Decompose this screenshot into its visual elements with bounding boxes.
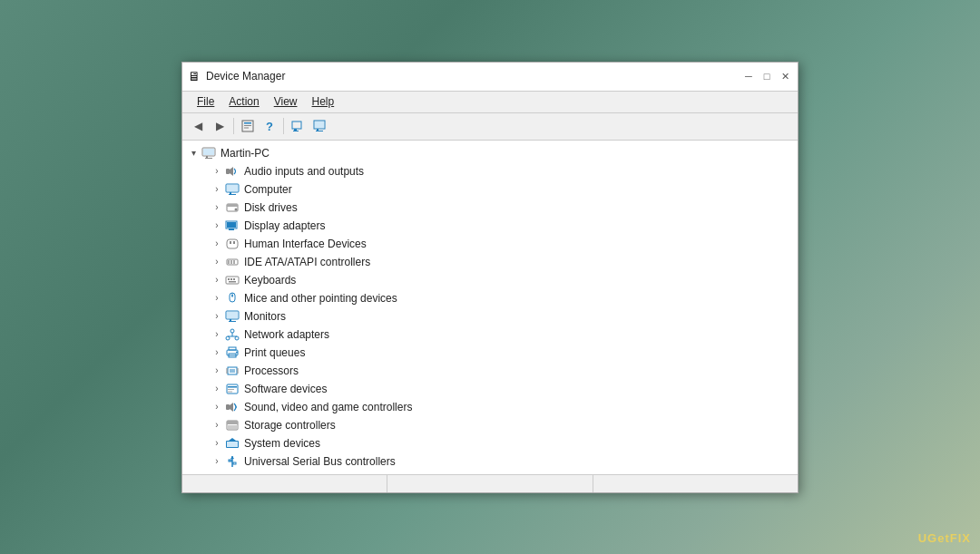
- svg-rect-65: [228, 386, 237, 388]
- item-label: Display adapters: [244, 219, 325, 232]
- expand-arrow: ›: [210, 347, 224, 357]
- disk-icon: [224, 200, 240, 215]
- svg-point-46: [226, 336, 230, 340]
- item-label: Monitors: [244, 310, 286, 323]
- svg-rect-6: [293, 131, 299, 131]
- svg-rect-70: [227, 421, 238, 424]
- system-icon: [224, 436, 240, 451]
- properties-button[interactable]: [238, 116, 258, 136]
- root-label: Martin-PC: [220, 147, 270, 160]
- menu-help[interactable]: Help: [305, 93, 342, 110]
- expand-arrow: ›: [210, 402, 224, 412]
- svg-rect-3: [244, 128, 249, 129]
- expand-arrow: ›: [210, 365, 224, 375]
- storage-icon: [224, 418, 240, 433]
- list-item[interactable]: › Mice and other pointing devices: [182, 289, 798, 307]
- back-button[interactable]: ◀: [188, 116, 208, 136]
- item-label: Sound, video and game controllers: [244, 401, 412, 413]
- svg-rect-35: [230, 278, 232, 280]
- expand-arrow: ›: [210, 202, 224, 212]
- svg-rect-57: [230, 369, 235, 373]
- svg-marker-76: [230, 456, 234, 459]
- list-item[interactable]: › System devices: [182, 434, 798, 452]
- expand-arrow: ›: [210, 166, 224, 176]
- maximize-button[interactable]: □: [760, 69, 774, 83]
- list-item[interactable]: › Keyboards: [182, 271, 798, 289]
- svg-rect-8: [315, 121, 324, 128]
- svg-point-40: [231, 295, 233, 296]
- expand-arrow: ›: [210, 311, 224, 321]
- help-button[interactable]: ?: [260, 116, 279, 136]
- svg-rect-14: [205, 158, 212, 159]
- software-icon: [224, 382, 240, 396]
- menu-bar: File Action View Help: [182, 92, 798, 113]
- svg-rect-53: [229, 347, 236, 350]
- svg-rect-32: [233, 260, 235, 264]
- display-button[interactable]: [309, 116, 329, 136]
- item-label: Keyboards: [244, 274, 296, 287]
- svg-rect-36: [233, 278, 235, 280]
- svg-rect-9: [317, 129, 318, 131]
- computer-icon: [224, 182, 240, 197]
- list-item[interactable]: › Software devices: [182, 380, 798, 398]
- svg-rect-4: [292, 121, 301, 129]
- svg-rect-43: [230, 319, 231, 321]
- ide-icon: [224, 255, 240, 269]
- svg-rect-28: [233, 241, 235, 244]
- menu-view[interactable]: View: [267, 93, 305, 110]
- svg-rect-17: [227, 185, 238, 191]
- item-label: Computer: [244, 183, 292, 196]
- title-left: 🖥 Device Manager: [188, 69, 285, 83]
- menu-action[interactable]: Action: [221, 93, 266, 110]
- svg-rect-68: [226, 404, 230, 410]
- device-manager-window: 🖥 Device Manager ─ □ ✕ File Action View …: [181, 62, 799, 493]
- expand-arrow: ›: [210, 257, 224, 267]
- expand-arrow: ›: [210, 293, 224, 303]
- scan-button[interactable]: [288, 116, 308, 136]
- svg-rect-21: [227, 204, 238, 207]
- title-bar: 🖥 Device Manager ─ □ ✕: [182, 63, 798, 92]
- list-item[interactable]: › Disk drives: [182, 199, 798, 217]
- menu-file[interactable]: File: [190, 93, 221, 110]
- list-item[interactable]: › IDE ATA/ATAPI controllers: [182, 253, 798, 271]
- close-button[interactable]: ✕: [778, 69, 792, 83]
- svg-point-55: [236, 351, 238, 353]
- list-item[interactable]: › Audio inputs and outputs: [182, 162, 798, 180]
- root-expand-arrow: ▾: [186, 148, 201, 158]
- hid-icon: [224, 237, 240, 251]
- item-label: Human Interface Devices: [244, 238, 367, 250]
- svg-point-47: [235, 336, 239, 340]
- forward-button[interactable]: ▶: [210, 116, 230, 136]
- list-item[interactable]: › Monitors: [182, 307, 798, 326]
- item-label: Software devices: [244, 383, 327, 395]
- display-icon: [313, 120, 326, 132]
- tree-root-node[interactable]: ▾ Martin-PC: [182, 144, 798, 162]
- list-item[interactable]: › Storage controllers: [182, 416, 798, 434]
- display-adapter-icon: [224, 219, 240, 233]
- list-item[interactable]: › Universal Serial Bus controllers: [182, 452, 798, 471]
- status-pane-3: [593, 475, 798, 492]
- svg-rect-37: [229, 281, 236, 283]
- status-pane-1: [182, 475, 387, 492]
- watermark: UGetFIX: [918, 531, 971, 545]
- device-tree-content: ▾ Martin-PC ›: [182, 141, 798, 474]
- expand-arrow: ›: [210, 420, 224, 430]
- svg-rect-13: [206, 156, 208, 158]
- item-label: IDE ATA/ATAPI controllers: [244, 256, 370, 268]
- watermark-suffix: FIX: [950, 531, 971, 545]
- list-item[interactable]: › Network adapters: [182, 326, 798, 344]
- svg-rect-12: [203, 149, 214, 155]
- list-item[interactable]: › Print queues: [182, 344, 798, 362]
- list-item[interactable]: › Processors: [182, 362, 798, 380]
- svg-rect-18: [230, 192, 231, 194]
- svg-rect-19: [229, 194, 236, 195]
- list-item[interactable]: › Display adapters: [182, 217, 798, 235]
- processor-icon: [224, 364, 240, 378]
- minimize-button[interactable]: ─: [741, 69, 756, 83]
- scan-icon: [291, 120, 304, 132]
- item-label: Storage controllers: [244, 419, 336, 432]
- list-item[interactable]: › Computer: [182, 180, 798, 199]
- svg-point-22: [235, 208, 238, 210]
- list-item[interactable]: › Sound, video and game controllers: [182, 398, 798, 416]
- list-item[interactable]: › Human Interface Devices: [182, 235, 798, 253]
